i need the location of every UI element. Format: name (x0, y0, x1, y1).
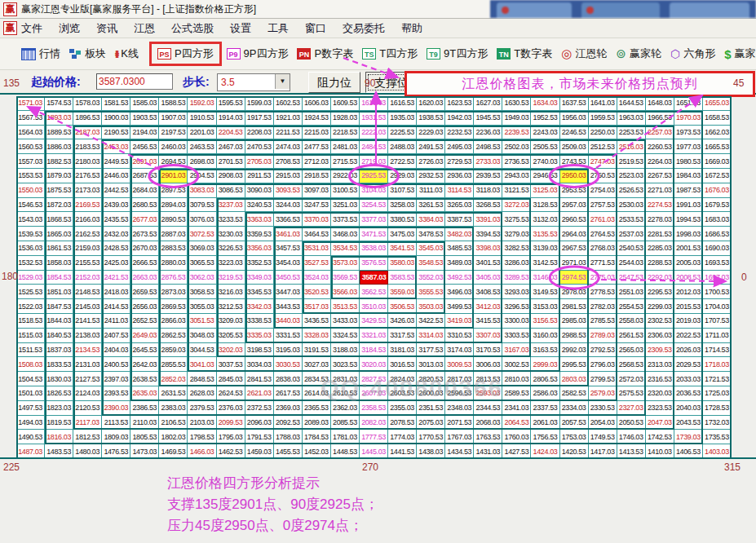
grid-cell: 2768.03 (589, 241, 617, 256)
toolbar-item-0[interactable]: 行情 (21, 46, 60, 61)
grid-cell: 2558.03 (617, 314, 646, 329)
menu-item-4[interactable]: 公式选股 (171, 21, 214, 36)
grid-cell: 3387.53 (445, 212, 474, 227)
grid-cell: 3296.53 (502, 299, 531, 314)
angle-label-90: 90 (365, 77, 375, 89)
grid-cell: 2467.03 (217, 139, 245, 154)
grid-cell: 2043.53 (674, 416, 703, 430)
toolbar-item-11[interactable]: ⬡六角形 (670, 46, 715, 61)
background-browser-tabs (490, 0, 756, 18)
toolbar-item-2[interactable]: ⱡⱡK线 (115, 46, 139, 61)
grid-cell: 1683.03 (703, 212, 732, 227)
grid-cell: 3041.03 (188, 357, 216, 372)
grid-cell: 2306.03 (646, 329, 674, 343)
grid-cell: 2610.53 (331, 386, 360, 401)
grid-cell: 1973.53 (674, 126, 703, 140)
grid-cell: 2691.03 (130, 154, 159, 169)
grid-cell: 2967.53 (560, 241, 589, 256)
grid-cell: 2708.53 (274, 154, 303, 169)
grid-cell: 3548.53 (417, 256, 445, 271)
menu-item-5[interactable]: 设置 (230, 21, 251, 36)
toolbar-item-4[interactable]: P99P四方形 (227, 46, 289, 61)
toolbar-item-3[interactable]: PSP四方形 (149, 42, 222, 66)
grid-cell: 2456.53 (130, 139, 159, 154)
grid-cell: 2680.53 (130, 198, 159, 213)
grid-cell: 2540.53 (617, 241, 646, 256)
grid-cell: 2943.03 (502, 169, 531, 183)
toolbar-item-5[interactable]: PNP数字表 (297, 46, 353, 61)
grid-cell: 2194.03 (130, 126, 159, 140)
toolbar-item-10[interactable]: ⊚赢家轮 (616, 46, 661, 61)
menu-item-2[interactable]: 资讯 (96, 21, 117, 36)
start-price-input[interactable] (96, 73, 173, 90)
grid-cell: 3006.03 (474, 357, 502, 372)
grid-cell: 3216.03 (217, 285, 245, 299)
grid-cell: 1532.53 (16, 256, 45, 271)
menu-item-1[interactable]: 浏览 (59, 21, 80, 36)
angle-label-0: 0 (741, 272, 747, 283)
toolbar-item-1[interactable]: 板块 (69, 46, 106, 61)
grid-cell: 3328.03 (303, 329, 331, 343)
grid-cell: 1592.03 (188, 96, 216, 111)
grid-cell: 1459.03 (245, 444, 274, 459)
grid-cell: 2267.53 (646, 169, 674, 183)
grid-cell: 2299.03 (646, 299, 674, 314)
toolbar-item-9[interactable]: ◎江恩轮 (561, 46, 607, 61)
toolbar-item-8[interactable]: TNT数字表 (497, 46, 552, 61)
grid-cell: 3027.03 (303, 357, 331, 372)
grid-cell: 2442.53 (102, 183, 130, 198)
grid-cell: 2862.53 (159, 329, 188, 343)
dollar-icon: $ (724, 47, 731, 61)
toolbar-item-6[interactable]: TST四方形 (362, 46, 418, 61)
resistance-button[interactable]: 阻力位 (308, 72, 360, 93)
menu-item-6[interactable]: 工具 (267, 21, 289, 36)
grid-cell: 3566.03 (331, 285, 360, 299)
grid-cell: 2747.03 (589, 154, 617, 169)
grid-cell: 3370.03 (303, 212, 331, 227)
step-dropdown[interactable]: 3.5 ▼ (217, 73, 290, 91)
toolbar-item-7[interactable]: T99T四方形 (427, 46, 488, 61)
grid-cell: 1984.03 (674, 169, 703, 183)
grid-cell: 2134.53 (73, 343, 102, 358)
grid-cell: 3471.53 (360, 227, 388, 241)
grid-cell: 3090.03 (245, 183, 274, 198)
menu-item-3[interactable]: 江恩 (134, 21, 155, 36)
angle-label-135: 135 (3, 77, 20, 89)
grid-cell: 2047.03 (646, 416, 674, 430)
menu-item-0[interactable]: 文件 (21, 21, 42, 36)
grid-cell: 3289.53 (502, 271, 531, 285)
grid-cell: 3576.53 (360, 256, 388, 271)
grid-cell: 3398.03 (474, 241, 502, 256)
grid-cell: 2337.53 (531, 401, 559, 416)
grid-cell: 1847.53 (45, 299, 73, 314)
toolbar-item-12[interactable]: $赢家服务 (724, 46, 756, 61)
gann-square-app: { "window": { "title": "赢家江恩专业版[赢家服务平台] … (0, 0, 756, 543)
menu-item-9[interactable]: 帮助 (401, 21, 422, 36)
grid-cell: 2428.53 (102, 241, 130, 256)
start-price-label: 起始价格: (31, 75, 81, 90)
menu-item-8[interactable]: 交易委托 (343, 21, 385, 36)
grid-cell: 2218.53 (331, 126, 360, 140)
grid-cell: 2019.03 (674, 314, 703, 329)
grid-cell: 1938.53 (417, 111, 445, 126)
grid-cell: 2799.53 (589, 372, 617, 386)
grid-cell: 2939.53 (474, 169, 502, 183)
TS-icon: TS (362, 48, 376, 60)
grid-cell: 3058.53 (188, 285, 216, 299)
grid-cell: 2785.53 (589, 314, 617, 329)
chevron-down-icon[interactable]: ▼ (275, 74, 290, 89)
grid-cell: 3237.03 (217, 198, 245, 213)
grid-cell: 3293.03 (502, 285, 531, 299)
grid-cell: 1613.03 (360, 96, 388, 111)
menu-item-7[interactable]: 窗口 (305, 21, 326, 36)
grid-cell: 3111.03 (417, 183, 445, 198)
grid-cell: 3132.03 (531, 212, 559, 227)
grid-cell: 2484.53 (360, 139, 388, 154)
grid-cell: 2624.53 (217, 386, 245, 401)
grid-cell: 2831.03 (331, 372, 360, 386)
grid-cell: 2915.03 (274, 169, 303, 183)
grid-cell: 3223.03 (217, 256, 245, 271)
grid-cell: 2211.53 (274, 126, 303, 140)
grid-cell: 2922.03 (331, 169, 360, 183)
grid-cell: 1893.03 (45, 111, 73, 126)
